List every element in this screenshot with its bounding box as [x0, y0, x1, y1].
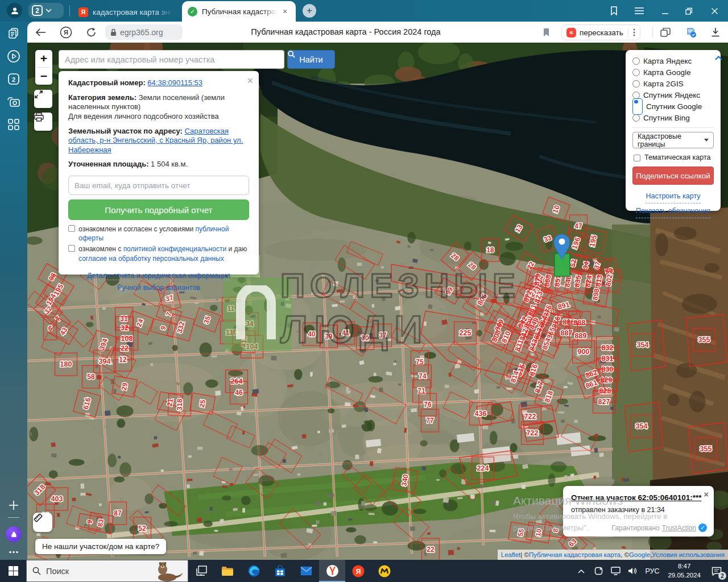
- parcel[interactable]: 12: [114, 348, 132, 371]
- show-legend-link[interactable]: Показать обозначения: [636, 205, 710, 218]
- parcel[interactable]: 77: [421, 409, 439, 432]
- parcel[interactable]: 354: [632, 334, 654, 356]
- screenshot-icon[interactable]: [6, 94, 21, 109]
- task-view-button[interactable]: [188, 560, 214, 582]
- tab-counter[interactable]: 2: [28, 3, 64, 18]
- card-close-icon[interactable]: ×: [247, 76, 253, 86]
- layer-option-yandex-sat[interactable]: Спутник Яндекс: [632, 89, 714, 101]
- parcel[interactable]: 722: [522, 422, 544, 444]
- more-options-icon[interactable]: [6, 544, 21, 559]
- search-input[interactable]: [59, 50, 284, 69]
- get-report-button[interactable]: Получить подробный отчет: [68, 199, 249, 220]
- parcel-label[interactable]: 355: [700, 445, 712, 453]
- parcel-label[interactable]: 46: [235, 389, 243, 397]
- parcel[interactable]: 29: [112, 376, 138, 397]
- parcel-label[interactable]: 394: [99, 357, 111, 365]
- parcel[interactable]: 900: [573, 340, 595, 363]
- layer-option-google-map[interactable]: Карта Google: [632, 66, 714, 78]
- parcel-label[interactable]: 58: [87, 373, 95, 381]
- minimize-button[interactable]: [657, 3, 672, 18]
- parcel-label[interactable]: 37: [379, 331, 387, 339]
- notification-close-icon[interactable]: ×: [704, 489, 709, 499]
- find-button[interactable]: Найти: [287, 50, 335, 69]
- cad-number-link[interactable]: 64:38:090115:53: [147, 78, 202, 87]
- parcel[interactable]: 22: [422, 538, 440, 560]
- ms-store-icon[interactable]: [267, 560, 293, 582]
- bookmark-panel-icon[interactable]: [606, 3, 621, 18]
- parcel[interactable]: 18: [482, 239, 499, 261]
- parcel-label[interactable]: 104: [246, 343, 258, 351]
- measure-button[interactable]: [33, 513, 52, 532]
- kebab-menu-icon[interactable]: [633, 28, 635, 36]
- parcel-label[interactable]: 12: [119, 356, 127, 364]
- parcel-label[interactable]: 25: [198, 399, 207, 408]
- manual-select-link[interactable]: Ручной выбор вариантов: [117, 284, 200, 292]
- parcel-label[interactable]: 180: [60, 360, 72, 368]
- video-icon[interactable]: [6, 49, 21, 64]
- extension-badge-icon[interactable]: [683, 24, 698, 40]
- layer-option-yandex-map[interactable]: Карта Яндекс: [632, 55, 714, 66]
- parcel[interactable]: 898: [583, 281, 609, 307]
- tray-expand-icon[interactable]: [573, 560, 590, 582]
- parcel-label[interactable]: 827: [598, 398, 610, 406]
- browser-menu-icon[interactable]: [632, 3, 647, 18]
- leaflet-link[interactable]: Leaflet: [501, 551, 521, 558]
- profile-avatar[interactable]: [7, 3, 22, 18]
- privacy-checkbox[interactable]: [68, 245, 75, 252]
- file-explorer-icon[interactable]: [214, 560, 241, 582]
- tab-close-icon[interactable]: ×: [283, 7, 287, 16]
- alice-assistant-icon[interactable]: [6, 526, 22, 542]
- refresh-button[interactable]: [84, 24, 99, 40]
- google-link[interactable]: Google: [629, 551, 650, 558]
- add-panel-icon[interactable]: [6, 498, 21, 513]
- share-link-button[interactable]: Поделиться ссылкой: [632, 167, 714, 185]
- parcel[interactable]: 39: [320, 325, 338, 348]
- parcel[interactable]: 41: [337, 322, 355, 344]
- thematic-checkbox[interactable]: [634, 155, 640, 161]
- parcel-label[interactable]: 87: [114, 509, 122, 517]
- parcel-label[interactable]: 722: [527, 429, 539, 437]
- mail-icon[interactable]: [293, 560, 319, 582]
- parcel[interactable]: 40: [303, 323, 321, 346]
- market-app-icon[interactable]: [371, 560, 398, 582]
- parcel-label[interactable]: 29: [120, 382, 129, 391]
- edge-browser-icon[interactable]: [241, 560, 267, 582]
- tab-publichnaya-kadastrovaya[interactable]: ✓ Публичная кадастрова ×: [182, 1, 296, 22]
- parcel[interactable]: 436: [470, 402, 492, 425]
- parcel-label[interactable]: 11: [228, 305, 235, 313]
- parcel-label[interactable]: 34: [246, 320, 254, 328]
- new-tab-button[interactable]: +: [303, 4, 316, 18]
- parcel-label[interactable]: 30: [361, 334, 369, 342]
- parcel-label[interactable]: 74: [419, 372, 427, 380]
- parcel-label[interactable]: 55: [516, 528, 526, 537]
- report-details-link[interactable]: Детали отчета и юридическая информация: [87, 272, 230, 280]
- parcel[interactable]: 37: [374, 324, 392, 347]
- taskbar-search[interactable]: Поиск: [26, 560, 188, 582]
- parcel[interactable]: 46: [230, 381, 248, 404]
- print-button[interactable]: [34, 113, 52, 131]
- parcel[interactable]: 340: [392, 467, 418, 493]
- parcel[interactable]: 355: [695, 438, 717, 460]
- tray-app-icon[interactable]: [590, 560, 607, 582]
- parcel-label[interactable]: 354: [636, 422, 648, 430]
- fullscreen-button[interactable]: [34, 90, 52, 108]
- back-button[interactable]: [33, 24, 48, 40]
- privacy-link[interactable]: политикой конфиденциальности: [123, 245, 226, 253]
- start-button[interactable]: [0, 560, 26, 582]
- parcel-label[interactable]: 225: [460, 329, 471, 337]
- parcel-label[interactable]: 40: [308, 330, 316, 338]
- parcel-label[interactable]: 355: [698, 336, 710, 344]
- parcel-label[interactable]: 889: [575, 332, 587, 340]
- language-indicator[interactable]: РУС: [641, 567, 663, 575]
- zoom-out-button[interactable]: −: [35, 68, 52, 85]
- tab-kadastrovaya-karta[interactable]: Я кадастровая карта энгель: [73, 2, 180, 22]
- parcel-label[interactable]: 83: [96, 518, 105, 527]
- downloads-icon[interactable]: [708, 24, 723, 40]
- notification-center-icon[interactable]: 2: [705, 560, 728, 582]
- parcel-label[interactable]: 436: [475, 410, 487, 418]
- layer-option-bing-sat[interactable]: Спутник Bing: [632, 112, 714, 123]
- close-button[interactable]: [707, 3, 722, 18]
- taskbar-clock[interactable]: 8:47 29.05.2024: [663, 562, 705, 580]
- pkk-link[interactable]: Публичная кадастровая карта: [529, 551, 621, 558]
- parcel[interactable]: 225: [454, 322, 477, 344]
